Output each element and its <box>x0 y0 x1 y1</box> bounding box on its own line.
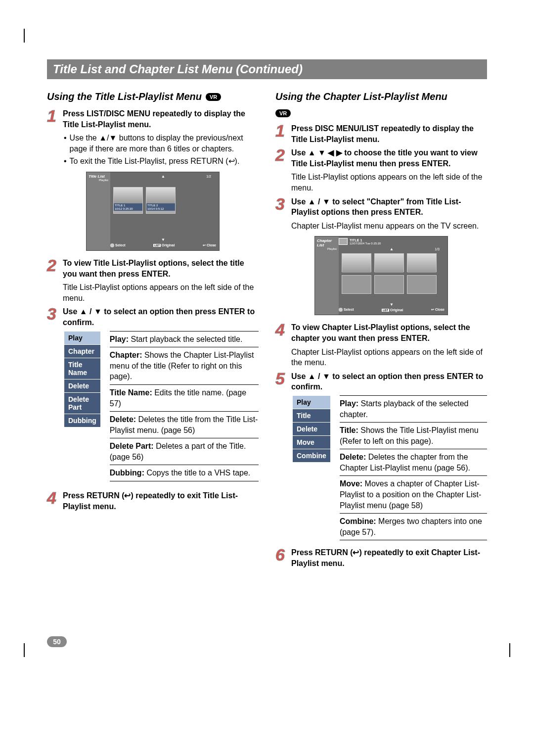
screen-page-indicator: 1/3 <box>435 247 440 251</box>
right-definitions: Play: Starts playback of the selected ch… <box>340 395 487 541</box>
left-step-4: 4 Press RETURN (↩) repeatedly to exit Ti… <box>47 490 259 512</box>
crop-mark <box>24 29 25 43</box>
return-icon: ↩ <box>431 308 434 311</box>
title-thumb-1: TITLE 1 10/12 0:25:20 <box>113 187 143 214</box>
left-heading: Using the Title List-Playlist Menu VR <box>47 91 259 102</box>
down-arrow-icon: ▼ <box>161 237 165 242</box>
step-text: Use ▲ / ▼ to select an option then press… <box>63 307 255 327</box>
bottom-select: Select <box>115 243 126 247</box>
thumb-title: TITLE 2 <box>147 204 174 207</box>
step-subtext: Title List-Playlist options appears on t… <box>291 172 487 193</box>
step-number-icon: 6 <box>275 547 288 568</box>
menu-item: Chapter <box>64 344 101 358</box>
def-term: Dubbing: <box>110 469 144 477</box>
left-step-3: 3 Use ▲ / ▼ to select an option then pre… <box>47 306 259 328</box>
chapter-thumb <box>407 275 437 294</box>
step-number-icon: 1 <box>275 123 288 144</box>
step-subtext: Chapter List-Playlist options appears on… <box>291 347 487 368</box>
up-arrow-icon: ▲ <box>390 247 394 251</box>
step-subtext: Chapter List-Playlist menu appears on th… <box>291 221 487 232</box>
right-step-6: 6 Press RETURN (↩) repeatedly to exit Ch… <box>275 547 487 568</box>
def-text: Start playback the selected title. <box>129 335 242 343</box>
screen-page-indicator: 1/2 <box>206 175 211 178</box>
def-term: Play: <box>110 335 129 343</box>
left-definitions: Play: Start playback the selected title.… <box>110 331 259 482</box>
step-number-icon: 5 <box>275 371 288 392</box>
left-heading-text: Using the Title List-Playlist Menu <box>47 91 202 102</box>
crop-mark <box>509 643 510 657</box>
chapter-thumb <box>342 253 371 272</box>
down-arrow-icon: ▼ <box>390 302 394 307</box>
crop-mark <box>24 643 25 657</box>
def-term: Chapter: <box>110 351 142 359</box>
def-text: Starts playback of the selected chapter. <box>340 399 469 419</box>
step-number-icon: 3 <box>47 306 60 328</box>
right-step-4: 4 To view Chapter List-Playlist options,… <box>275 322 487 368</box>
menu-item: Dubbing <box>64 414 101 427</box>
bottom-list-label: Original <box>162 243 175 247</box>
step-number-icon: 4 <box>275 322 288 368</box>
menu-item: Move <box>293 435 331 449</box>
left-step-1: 1 Press LIST/DISC MENU repeatedly to dis… <box>47 108 259 130</box>
left-option-menu: Play Chapter Title Name Delete Delete Pa… <box>64 331 101 427</box>
bottom-close: Close <box>207 243 216 247</box>
right-step-5: 5 Use ▲ / ▼ to select an option then pre… <box>275 371 487 392</box>
title-thumb-2: TITLE 2 10/14 0:5:12 <box>146 187 176 214</box>
menu-item: Title <box>293 409 331 422</box>
def-text: Shows the Title List-Playlist menu (Refe… <box>340 426 479 445</box>
right-step-2: 2 Use ▲ ▼ ◀ ▶ to choose the title you wa… <box>275 147 487 193</box>
thumb-meta: 10/14 0:5:12 <box>147 207 174 211</box>
select-dot-icon <box>110 243 114 247</box>
page-number-badge: 50 <box>47 636 67 647</box>
vr-badge: VR <box>275 109 291 117</box>
menu-item: Combine <box>293 449 331 462</box>
bottom-list-label: Original <box>390 308 403 312</box>
step-text: Press RETURN (↩) repeatedly to exit Chap… <box>291 548 480 567</box>
chapter-thumb <box>407 253 437 272</box>
left-step-2: 2 To view Title List-Playlist options, s… <box>47 258 259 303</box>
left-column: Using the Title List-Playlist Menu VR 1 … <box>47 91 259 572</box>
screen-top-meta: 12/07/2004 Tue 0:25:20 <box>350 242 381 245</box>
step-number-icon: 1 <box>47 108 60 130</box>
step-text: Use ▲ / ▼ to select "Chapter" from Title… <box>291 197 461 217</box>
page-content: Title List and Chapter List Menu (Contin… <box>0 0 534 572</box>
bullet-text: Use the ▲/▼ buttons to display the previ… <box>70 133 259 154</box>
right-step-3: 3 Use ▲ / ▼ to select "Chapter" from Tit… <box>275 196 487 232</box>
select-dot-icon <box>339 308 343 312</box>
list-key-icon: LIST <box>153 244 161 247</box>
def-term: Move: <box>340 479 362 488</box>
step-number-icon: 2 <box>47 258 60 303</box>
menu-item: Title Name <box>64 358 101 379</box>
step-text: Use ▲ / ▼ to select an option then press… <box>291 372 483 391</box>
screen-side-title: Title List <box>89 174 108 179</box>
step-subtext: Title List-Playlist options appears on t… <box>63 282 259 303</box>
title-list-screen: Title List Playlist ▲ 1/2 TITLE 1 10/12 … <box>86 172 220 251</box>
bottom-close: Close <box>435 308 445 311</box>
step-number-icon: 4 <box>47 490 60 512</box>
def-term: Title Name: <box>110 388 152 397</box>
menu-item: Play <box>293 395 331 409</box>
left-step1-bullets: Use the ▲/▼ buttons to display the previ… <box>64 133 259 167</box>
bottom-select: Select <box>344 308 354 311</box>
screen-top-title: TITLE 1 <box>350 238 381 242</box>
def-term: Delete: <box>110 415 136 424</box>
step-number-icon: 3 <box>275 196 288 232</box>
chapter-thumb <box>374 275 404 294</box>
right-option-menu: Play Title Delete Move Combine <box>292 395 331 463</box>
bullet-text: To exit the Title List-Playlist, press R… <box>70 156 240 167</box>
list-key-icon: LIST <box>382 309 389 312</box>
step-number-icon: 2 <box>275 147 288 193</box>
step-text: Press DISC MENU/LIST repeatedly to displ… <box>291 124 474 143</box>
def-term: Play: <box>340 399 358 408</box>
vr-badge: VR <box>206 93 221 101</box>
menu-item: Play <box>64 331 101 344</box>
screen-side-title: Chapter List <box>317 238 337 247</box>
def-term: Delete Part: <box>110 442 154 450</box>
screen-side-sub: Playlist <box>317 247 337 250</box>
title-icon <box>339 238 348 245</box>
thumb-meta: 10/12 0:25:20 <box>115 207 141 211</box>
right-heading-text: Using the Chapter List-Playlist Menu <box>275 91 447 102</box>
menu-item: Delete <box>64 379 101 392</box>
menu-item: Delete Part <box>64 392 101 414</box>
screen-side-sub: Playlist <box>89 179 108 182</box>
